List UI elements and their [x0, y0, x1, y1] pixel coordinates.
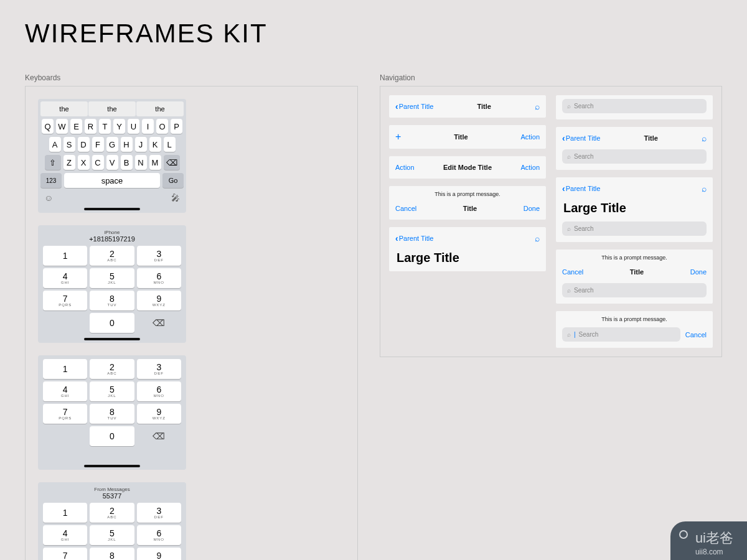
- key-5[interactable]: 5JKL: [90, 381, 134, 401]
- search-icon[interactable]: ⌕: [535, 233, 540, 243]
- action-button[interactable]: Action: [395, 164, 415, 171]
- key-7[interactable]: 7PQRS: [43, 291, 87, 310]
- search-field[interactable]: ⌕|Search: [562, 327, 680, 342]
- key-a[interactable]: A: [49, 137, 61, 152]
- key-v[interactable]: V: [106, 155, 118, 170]
- suggestion[interactable]: the: [40, 101, 88, 116]
- action-button[interactable]: Action: [520, 133, 540, 141]
- chevron-left-icon: ‹: [395, 233, 398, 243]
- cancel-button[interactable]: Cancel: [685, 331, 707, 338]
- back-button[interactable]: ‹Parent Title: [395, 233, 433, 243]
- key-n[interactable]: N: [135, 155, 147, 170]
- key-f[interactable]: F: [92, 137, 104, 152]
- backspace-key[interactable]: ⌫: [137, 313, 181, 333]
- key-z[interactable]: Z: [63, 155, 75, 170]
- key-8[interactable]: 8TUV: [90, 548, 134, 560]
- space-key[interactable]: space: [64, 173, 160, 188]
- backspace-key[interactable]: ⌫: [164, 155, 180, 170]
- key-4[interactable]: 4GHI: [43, 525, 87, 545]
- go-key[interactable]: Go: [162, 173, 184, 188]
- key-7[interactable]: 7PQRS: [43, 404, 87, 424]
- key-7[interactable]: 7PQRS: [43, 548, 87, 560]
- key-w[interactable]: W: [56, 119, 68, 134]
- key-3[interactable]: 3DEF: [137, 503, 181, 523]
- key-g[interactable]: G: [106, 137, 118, 152]
- chevron-left-icon: ‹: [562, 133, 565, 143]
- numeric-key[interactable]: 123: [40, 173, 62, 188]
- key-3[interactable]: 3DEF: [137, 359, 181, 379]
- key-3[interactable]: 3DEF: [137, 246, 181, 266]
- shift-key[interactable]: ⇧: [45, 155, 61, 170]
- key-2[interactable]: 2ABC: [90, 359, 134, 379]
- add-button[interactable]: +: [395, 131, 401, 142]
- dialpad-messages: From Messages 55377 12ABC3DEF4GHI5JKL6MN…: [38, 482, 186, 560]
- nav-title: Title: [644, 134, 657, 142]
- back-button[interactable]: ‹Parent Title: [562, 133, 600, 143]
- back-button[interactable]: ‹Parent Title: [562, 184, 600, 194]
- key-d[interactable]: D: [78, 137, 90, 152]
- key-i[interactable]: I: [142, 119, 154, 134]
- keyboards-label: Keyboards: [25, 73, 358, 82]
- dial-label: From Messages: [40, 487, 184, 492]
- done-button[interactable]: Done: [690, 268, 707, 276]
- cancel-button[interactable]: Cancel: [395, 205, 416, 212]
- key-c[interactable]: C: [92, 155, 104, 170]
- backspace-key[interactable]: ⌫: [137, 426, 181, 446]
- search-icon[interactable]: ⌕: [535, 101, 540, 111]
- key-0[interactable]: 0: [90, 426, 134, 446]
- navigation-label: Navigation: [380, 73, 722, 82]
- key-4[interactable]: 4GHI: [43, 381, 87, 401]
- key-k[interactable]: K: [149, 137, 161, 152]
- key-5[interactable]: 5JKL: [90, 525, 134, 545]
- key-6[interactable]: 6MNO: [137, 525, 181, 545]
- done-button[interactable]: Done: [524, 205, 540, 212]
- keyboards-panel: the the the QWERTYUIOP ASDFGHJKL ⇧ ZXCVB…: [25, 86, 358, 560]
- key-0[interactable]: 0: [90, 313, 134, 333]
- key-q[interactable]: Q: [42, 119, 54, 134]
- key-x[interactable]: X: [78, 155, 90, 170]
- key-l[interactable]: L: [164, 137, 176, 152]
- key-t[interactable]: T: [99, 119, 111, 134]
- key-6[interactable]: 6MNO: [137, 381, 181, 401]
- suggestion[interactable]: the: [136, 101, 184, 116]
- key-j[interactable]: J: [135, 137, 147, 152]
- key-m[interactable]: M: [149, 155, 161, 170]
- key-r[interactable]: R: [85, 119, 96, 134]
- search-icon[interactable]: ⌕: [702, 184, 707, 194]
- key-8[interactable]: 8TUV: [90, 291, 134, 310]
- emoji-icon[interactable]: ☺: [44, 193, 53, 203]
- key-8[interactable]: 8TUV: [90, 404, 134, 424]
- suggestion[interactable]: the: [88, 101, 136, 116]
- key-s[interactable]: S: [63, 137, 75, 152]
- key-4[interactable]: 4GHI: [43, 268, 87, 288]
- back-button[interactable]: ‹Parent Title: [395, 101, 433, 111]
- key-p[interactable]: P: [171, 119, 182, 134]
- key-9[interactable]: 9WXYZ: [137, 548, 181, 560]
- search-icon[interactable]: ⌕: [702, 133, 707, 143]
- key-h[interactable]: H: [121, 137, 133, 152]
- key-9[interactable]: 9WXYZ: [137, 404, 181, 424]
- key-y[interactable]: Y: [113, 119, 125, 134]
- key-b[interactable]: B: [121, 155, 133, 170]
- key-1[interactable]: 1: [43, 503, 87, 523]
- cancel-button[interactable]: Cancel: [562, 268, 583, 276]
- nav-title: Title: [477, 103, 491, 110]
- key-2[interactable]: 2ABC: [90, 503, 134, 523]
- dial-number: 55377: [40, 492, 184, 500]
- key-u[interactable]: U: [128, 119, 139, 134]
- key-5[interactable]: 5JKL: [90, 268, 134, 288]
- search-field[interactable]: ⌕Search: [562, 99, 707, 113]
- key-1[interactable]: 1: [43, 359, 87, 379]
- search-field[interactable]: ⌕Search: [562, 222, 707, 236]
- prompt-text: This is a prompt message.: [389, 186, 546, 197]
- search-field[interactable]: ⌕Search: [562, 149, 707, 164]
- mic-icon[interactable]: 🎤︎: [171, 193, 180, 203]
- action-button[interactable]: Action: [520, 164, 540, 171]
- key-o[interactable]: O: [156, 119, 168, 134]
- key-6[interactable]: 6MNO: [137, 268, 181, 288]
- search-field[interactable]: ⌕Search: [562, 283, 707, 297]
- key-2[interactable]: 2ABC: [90, 246, 134, 266]
- key-9[interactable]: 9WXYZ: [137, 291, 181, 310]
- key-1[interactable]: 1: [43, 246, 87, 266]
- key-e[interactable]: E: [70, 119, 82, 134]
